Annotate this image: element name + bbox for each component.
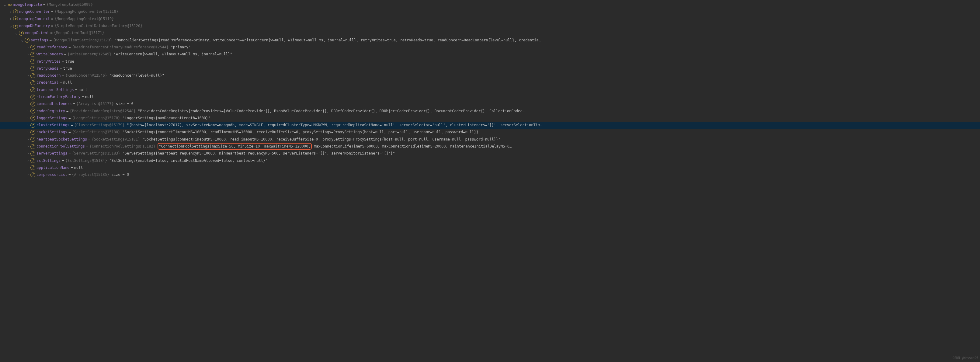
tree-row-mongoClient[interactable]: ⌄fmongoClient={MongoClientImpl@15171} [0, 30, 980, 37]
tree-row-credential[interactable]: fcredential=null [0, 79, 980, 86]
chevron-right-icon[interactable]: › [25, 171, 30, 178]
chevron-right-icon[interactable]: › [25, 44, 30, 51]
tree-row-heartbeatSocketSettings[interactable]: ›fheartbeatSocketSettings={SocketSetting… [0, 136, 980, 143]
row-content: mongoTemplate={MongoTemplate@15099} [13, 1, 93, 8]
tree-row-socketSettings[interactable]: ›fsocketSettings={SocketSettings@15180} … [0, 129, 980, 136]
field-icon: f [25, 38, 30, 43]
chevron-right-icon[interactable]: › [25, 143, 30, 150]
field-icon: f [30, 151, 35, 156]
variable-name: serverSettings [37, 151, 67, 155]
field-icon: f [30, 158, 35, 163]
chevron-right-icon[interactable]: › [8, 8, 13, 15]
object-ref: {SocketSettings@15180} [72, 130, 120, 134]
tree-row-retryReads[interactable]: fretryReads=true [0, 65, 980, 72]
variable-name: codecRegistry [37, 109, 65, 113]
chevron-right-icon[interactable]: › [25, 122, 30, 129]
tree-row-readConcern[interactable]: ›freadConcern={ReadConcern@12546} "ReadC… [0, 72, 980, 79]
row-content: socketSettings={SocketSettings@15180} "S… [37, 129, 480, 136]
tree-row-mappingContext[interactable]: ›fmappingContext={MongoMappingContext@15… [0, 16, 980, 22]
object-ref: {MongoClientSettings@15173} [53, 38, 112, 42]
value-text: null [74, 166, 83, 170]
chevron-right-icon[interactable]: › [25, 108, 30, 115]
object-ref: {MappingMongoConverter@15118} [54, 10, 118, 14]
value-text: "ReadConcern{level=null}" [109, 73, 164, 78]
row-content: codecRegistry={ProvidersCodecRegistry@12… [37, 108, 525, 115]
variable-name: streamFactoryFactory [37, 95, 81, 99]
tree-row-serverSettings[interactable]: ›fserverSettings={ServerSettings@15183} … [0, 150, 980, 157]
object-ref: {ReadConcern@12546} [65, 73, 107, 78]
row-content: mappingContext={MongoMappingContext@1511… [19, 16, 114, 22]
field-icon: f [30, 66, 35, 71]
object-ref: {WriteConcern@12545} [67, 52, 111, 56]
row-content: applicationName=null [37, 164, 83, 171]
chevron-right-icon[interactable]: › [25, 157, 30, 164]
chevron-right-icon[interactable]: › [25, 136, 30, 143]
tree-row-sslSettings[interactable]: ›fsslSettings={SslSettings@15184} "SslSe… [0, 157, 980, 164]
tree-row-mongoDbFactory[interactable]: ⌄fmongoDbFactory={SimpleMongoClientDatab… [0, 22, 980, 30]
object-ref: {SimpleMongoClientDatabaseFactory@15120} [54, 24, 142, 28]
value-text: "ServerSettings{heartbeatFrequencyMS=100… [123, 151, 395, 155]
row-content: compressorList={ArrayList@15185} size = … [37, 171, 129, 178]
chevron-down-icon[interactable]: ⌄ [14, 30, 19, 37]
chevron-down-icon[interactable]: ⌄ [2, 1, 7, 8]
field-icon: f [30, 102, 35, 107]
tree-row-applicationName[interactable]: fapplicationName=null [0, 164, 980, 171]
row-content: mongoClient={MongoClientImpl@15171} [25, 30, 104, 37]
field-icon: f [30, 73, 35, 78]
value-text: "SocketSettings{connectTimeoutMS=10000, … [142, 137, 501, 142]
variable-name: mappingContext [19, 17, 50, 21]
variable-name: compressorList [37, 172, 67, 177]
object-ref: {MongoTemplate@15099} [46, 2, 93, 7]
variable-name: mongoDbFactory [19, 24, 50, 28]
field-icon: f [30, 172, 35, 177]
tree-row-mongoConverter[interactable]: ›fmongoConverter={MappingMongoConverter@… [0, 8, 980, 15]
chevron-right-icon[interactable]: › [8, 16, 13, 22]
row-content: serverSettings={ServerSettings@15183} "S… [37, 150, 395, 157]
row-content: commandListeners={ArrayList@15177} size … [37, 100, 134, 107]
tree-row-writeConcern[interactable]: ›fwriteConcern={WriteConcern@12545} "Wri… [0, 51, 980, 58]
tree-row-codecRegistry[interactable]: ›fcodecRegistry={ProvidersCodecRegistry@… [0, 107, 980, 114]
variable-name: mongoTemplate [13, 2, 42, 7]
variable-name: retryWrites [37, 59, 60, 64]
chevron-right-icon[interactable]: › [25, 115, 30, 122]
tree-row-loggerSettings[interactable]: ›floggerSettings={LoggerSettings@15178} … [0, 115, 980, 122]
object-ref: {SslSettings@15184} [65, 158, 107, 163]
variables-tree[interactable]: ⌄oomongoTemplate={MongoTemplate@15099} ›… [0, 0, 980, 180]
row-content: credential=null [37, 79, 72, 86]
field-icon: f [30, 144, 35, 149]
row-content: streamFactoryFactory=null [37, 93, 94, 100]
object-icon: oo [7, 2, 12, 7]
variable-name: loggerSettings [37, 116, 67, 120]
field-icon: f [30, 108, 35, 113]
value-text: "{hosts=[localhost:27017], srvServiceNam… [127, 123, 542, 127]
variable-name: transportSettings [37, 88, 74, 92]
variable-name: commandListeners [37, 102, 72, 106]
value-text: true [65, 59, 74, 64]
variable-name: mongoClient [25, 31, 49, 35]
field-icon: f [13, 24, 18, 29]
chevron-right-icon[interactable]: › [25, 72, 30, 79]
tree-row-streamFactoryFactory[interactable]: fstreamFactoryFactory=null [0, 93, 980, 100]
tree-row-mongoTemplate[interactable]: ⌄oomongoTemplate={MongoTemplate@15099} [0, 1, 980, 8]
size-info: size = 0 [111, 172, 129, 177]
tree-row-commandListeners[interactable]: fcommandListeners={ArrayList@15177} size… [0, 100, 980, 107]
tree-row-readPreference[interactable]: ›freadPreference={ReadPreference$Primary… [0, 44, 980, 51]
field-icon: f [30, 95, 35, 99]
field-icon: f [30, 137, 35, 142]
row-content: writeConcern={WriteConcern@12545} "Write… [37, 51, 232, 58]
tree-row-transportSettings[interactable]: ftransportSettings=null [0, 86, 980, 93]
field-icon: f [30, 130, 35, 135]
chevron-down-icon[interactable]: ⌄ [20, 37, 25, 44]
tree-row-settings[interactable]: ⌄fsettings={MongoClientSettings@15173} "… [0, 37, 980, 43]
chevron-right-icon[interactable]: › [25, 150, 30, 157]
field-icon: f [30, 45, 35, 49]
chevron-down-icon[interactable]: ⌄ [8, 22, 13, 30]
chevron-right-icon[interactable]: › [25, 51, 30, 58]
chevron-right-icon[interactable]: › [25, 129, 30, 136]
tree-row-retryWrites[interactable]: fretryWrites=true [0, 58, 980, 65]
variable-name: readPreference [37, 45, 67, 49]
row-content: retryWrites=true [37, 58, 74, 65]
tree-row-compressorList[interactable]: ›fcompressorList={ArrayList@15185} size … [0, 171, 980, 178]
tree-row-connectionPoolSettings[interactable]: ›fconnectionPoolSettings={ConnectionPool… [0, 143, 980, 150]
tree-row-clusterSettings[interactable]: ›fclusterSettings={ClusterSettings@15179… [0, 122, 980, 129]
